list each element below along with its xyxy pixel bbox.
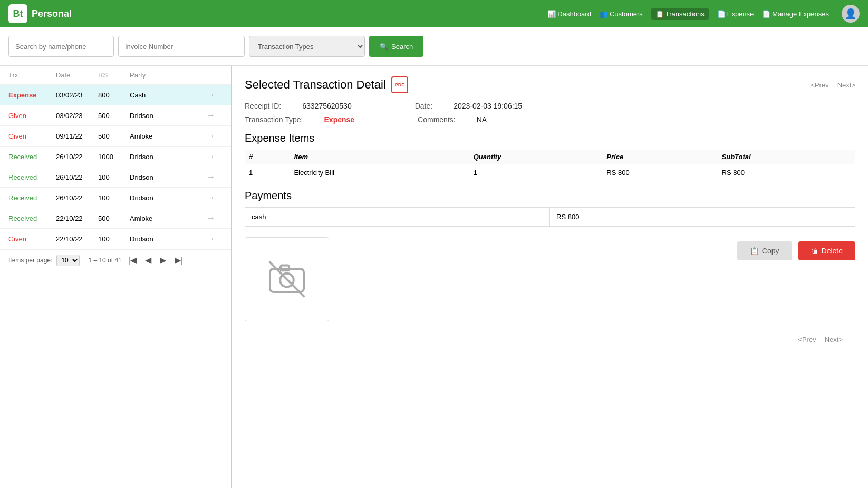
date-value: 2023-02-03 19:06:15 — [454, 102, 522, 110]
row-arrow: → — [207, 172, 223, 182]
row-party: Cash — [130, 91, 207, 99]
row-date: 03/02/23 — [56, 112, 98, 120]
pdf-icon[interactable]: PDF — [391, 76, 408, 93]
row-party: Amloke — [130, 132, 207, 140]
row-date: 03/02/23 — [56, 91, 98, 99]
nav-dashboard[interactable]: 📊 Dashboard — [547, 10, 591, 18]
payments-list: cash RS 800 — [245, 207, 855, 227]
col-trx: Trx — [8, 71, 56, 79]
invoice-number-input[interactable] — [118, 36, 245, 57]
top-nav-links: <Prev Next> — [811, 81, 855, 89]
row-rs: 500 — [98, 132, 130, 140]
row-date: 26/10/22 — [56, 194, 98, 202]
next-page-button[interactable]: ▶ — [158, 254, 168, 266]
copy-button[interactable]: 📋 Copy — [737, 241, 792, 260]
comments-label: Comments: — [418, 115, 456, 124]
row-type: Expense — [8, 91, 56, 99]
trans-type-value: Expense — [324, 115, 355, 124]
item-price: RS 800 — [602, 164, 717, 181]
first-page-button[interactable]: |◀ — [126, 254, 139, 266]
nav-customers[interactable]: 👥 Customers — [600, 10, 643, 18]
row-rs: 500 — [98, 214, 130, 222]
payment-method: cash — [245, 208, 550, 226]
table-row[interactable]: Given 03/02/23 500 Dridson → — [0, 105, 231, 126]
search-button[interactable]: 🔍 Search — [369, 36, 423, 57]
row-arrow: → — [207, 152, 223, 161]
detail-title: Selected Transaction Detail PDF — [245, 76, 408, 93]
table-row: 1 Electricity Bill 1 RS 800 RS 800 — [245, 164, 855, 181]
table-row[interactable]: Given 22/10/22 100 Dridson → — [0, 229, 231, 249]
search-icon: 🔍 — [380, 43, 388, 51]
prev-link-top[interactable]: <Prev — [811, 81, 828, 89]
prev-link-bottom[interactable]: <Prev — [798, 336, 816, 344]
nav-manage-expenses[interactable]: 📄 Manage Expenses — [762, 10, 829, 18]
last-page-button[interactable]: ▶| — [172, 254, 185, 266]
row-rs: 500 — [98, 112, 130, 120]
items-per-page-select[interactable]: 10 20 50 — [56, 255, 80, 266]
col-party: Party — [130, 71, 207, 79]
row-arrow: → — [207, 234, 223, 243]
item-name: Electricity Bill — [290, 164, 469, 181]
row-party: Amloke — [130, 214, 207, 222]
row-date: 09/11/22 — [56, 132, 98, 140]
row-type: Received — [8, 194, 56, 202]
nav-transactions[interactable]: 📋 Transactions — [651, 8, 709, 20]
row-date: 26/10/22 — [56, 153, 98, 161]
row-rs: 100 — [98, 194, 130, 202]
row-arrow: → — [207, 193, 223, 202]
table-row[interactable]: Received 22/10/22 500 Amloke → — [0, 208, 231, 229]
pagination: Items per page: 10 20 50 ▼ 1 – 10 of 41 … — [0, 249, 231, 270]
user-avatar[interactable]: 👤 — [842, 5, 860, 23]
table-row[interactable]: Received 26/10/22 100 Dridson → — [0, 167, 231, 188]
search-name-phone-input[interactable] — [8, 36, 114, 57]
row-arrow: → — [207, 213, 223, 223]
item-quantity: 1 — [469, 164, 603, 181]
col-date: Date — [56, 71, 98, 79]
items-table-header: # Item Quantity Price SubTotal — [245, 150, 855, 164]
table-row[interactable]: Received 26/10/22 100 Dridson → — [0, 188, 231, 208]
header: Bt Personal 📊 Dashboard 👥 Customers 📋 Tr… — [0, 0, 868, 27]
row-arrow: → — [207, 111, 223, 120]
expense-items-title: Expense Items — [245, 132, 855, 144]
col-price: Price — [602, 150, 717, 164]
row-rs: 1000 — [98, 153, 130, 161]
logo: Bt — [8, 4, 27, 23]
table-header: Trx Date RS Party — [0, 66, 231, 85]
payment-amount: RS 800 — [550, 208, 855, 226]
trans-type-label: Transaction Type: — [245, 115, 303, 124]
items-per-page-label: Items per page: — [8, 257, 52, 264]
delete-button[interactable]: 🗑 Delete — [798, 241, 855, 260]
brand-name: Personal — [32, 8, 72, 19]
col-rs: RS — [98, 71, 130, 79]
next-link-bottom[interactable]: Next> — [825, 336, 843, 344]
prev-page-button[interactable]: ◀ — [143, 254, 153, 266]
col-action — [207, 71, 223, 79]
receipt-row: Receipt ID: 633275620530 Date: 2023-02-0… — [245, 102, 855, 110]
table-row[interactable]: Given 09/11/22 500 Amloke → — [0, 126, 231, 147]
right-panel: Selected Transaction Detail PDF <Prev Ne… — [232, 66, 868, 488]
left-panel: Trx Date RS Party Expense 03/02/23 800 C… — [0, 66, 232, 488]
receipt-id-label: Receipt ID: — [245, 102, 281, 110]
transaction-list: Expense 03/02/23 800 Cash → Given 03/02/… — [0, 85, 231, 249]
search-bar: Transaction Types Expense Given Received… — [0, 27, 868, 66]
trans-type-row: Transaction Type: Expense Comments: NA — [245, 115, 855, 124]
nav-expense[interactable]: 📄 Expense — [717, 10, 754, 18]
next-link-top[interactable]: Next> — [837, 81, 855, 89]
row-arrow: → — [207, 131, 223, 141]
row-type: Given — [8, 112, 56, 120]
table-row[interactable]: Expense 03/02/23 800 Cash → — [0, 85, 231, 105]
delete-icon: 🗑 — [811, 247, 818, 255]
action-buttons: 📋 Copy 🗑 Delete — [737, 241, 855, 260]
table-row[interactable]: Received 26/10/22 1000 Dridson → — [0, 147, 231, 167]
detail-header: Selected Transaction Detail PDF <Prev Ne… — [245, 76, 855, 93]
row-date: 22/10/22 — [56, 214, 98, 222]
payments-section: Payments cash RS 800 — [245, 190, 855, 227]
no-camera-icon — [266, 258, 308, 300]
date-label: Date: — [415, 102, 432, 110]
item-subtotal: RS 800 — [718, 164, 855, 181]
transaction-types-select[interactable]: Transaction Types Expense Given Received — [249, 36, 365, 57]
row-type: Received — [8, 214, 56, 222]
row-type: Given — [8, 132, 56, 140]
payment-row: cash RS 800 — [245, 207, 855, 227]
row-arrow: → — [207, 90, 223, 100]
